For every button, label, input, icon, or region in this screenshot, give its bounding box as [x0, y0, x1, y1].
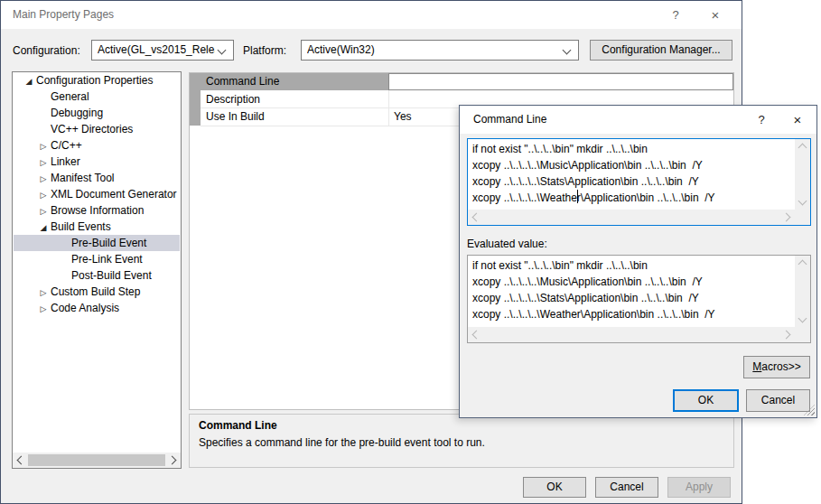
help-icon[interactable]: ?	[746, 106, 777, 134]
screen: Main Property Pages ? × Configuration: A…	[0, 0, 821, 504]
tree-item-general[interactable]: General	[14, 89, 180, 105]
tree-collapsed-icon[interactable]: ▷	[36, 154, 51, 170]
property-name: Use In Build	[206, 108, 265, 126]
platform-label: Platform:	[243, 44, 286, 57]
tree-item-linker[interactable]: ▷Linker	[14, 154, 180, 170]
tree-item-custom-build-step[interactable]: ▷Custom Build Step	[14, 284, 180, 300]
scroll-left-icon[interactable]	[17, 456, 26, 465]
dialog-title: Command Line	[473, 113, 546, 126]
close-icon[interactable]: ×	[782, 106, 813, 134]
scrollbar-corner	[795, 327, 810, 342]
tree-collapsed-icon[interactable]: ▷	[36, 285, 51, 300]
configuration-dropdown[interactable]: Active(GL_vs2015_Release	[91, 40, 234, 61]
cancel-label: Cancel	[747, 390, 809, 411]
tree-collapsed-icon[interactable]: ▷	[36, 203, 51, 219]
command-line-dialog: Command Line ? × if not exist "..\..\..\…	[459, 105, 817, 418]
dialog-cancel-button[interactable]: Cancel	[746, 389, 810, 412]
command-line-text[interactable]: if not exist "..\..\..\bin" mkdir ..\..\…	[468, 139, 795, 210]
window-title: Main Property Pages	[13, 8, 114, 21]
apply-button: Apply	[667, 477, 731, 498]
tree-item-c-cpp[interactable]: ▷C/C++	[14, 137, 180, 154]
tree-expanded-icon[interactable]: ◢	[22, 73, 36, 89]
tree-item-label: Browse Information	[51, 204, 144, 217]
scrollbar-corner	[795, 210, 810, 225]
tree-collapsed-icon[interactable]: ▷	[36, 301, 51, 316]
tree-item-label: Pre-Build Event	[71, 237, 146, 249]
scrollbar-thumb[interactable]	[28, 454, 165, 466]
property-value[interactable]: Yes	[394, 110, 412, 123]
vertical-scrollbar[interactable]	[795, 139, 810, 210]
tree-collapsed-icon[interactable]: ▷	[36, 138, 51, 154]
cancel-button[interactable]: Cancel	[595, 477, 658, 498]
main-window-titlebar[interactable]: Main Property Pages ? ×	[1, 1, 742, 29]
tree-collapsed-icon[interactable]: ▷	[36, 171, 51, 186]
tree-item-manifest-tool[interactable]: ▷Manifest Tool	[14, 170, 180, 186]
evaluated-value-textbox[interactable]: if not exist "..\..\..\bin" mkdir ..\..\…	[467, 255, 811, 343]
grid-row-command-line[interactable]: Command Line	[201, 73, 388, 90]
tree-item-code-analysis[interactable]: ▷Code Analysis	[14, 300, 180, 316]
cancel-label: Cancel	[596, 478, 658, 497]
grid-row-description[interactable]: Description	[201, 90, 388, 108]
tree-item-vc-directories[interactable]: VC++ Directories	[14, 121, 180, 137]
tree-item-label: Configuration Properties	[36, 74, 153, 87]
close-icon[interactable]: ×	[700, 1, 731, 29]
command-line-textbox[interactable]: if not exist "..\..\..\bin" mkdir ..\..\…	[467, 138, 811, 226]
scroll-right-icon[interactable]	[168, 456, 177, 465]
vertical-scrollbar[interactable]	[795, 256, 810, 327]
tree-item-label: Code Analysis	[51, 302, 119, 314]
scroll-up-icon[interactable]	[798, 260, 807, 269]
tree-item-pre-link-event[interactable]: Pre-Link Event	[14, 251, 180, 267]
property-description-panel: Command Line Specifies a command line fo…	[189, 414, 734, 468]
platform-value: Active(Win32)	[307, 43, 560, 56]
tree-item-label: Linker	[51, 155, 80, 168]
tree-item-pre-build-event[interactable]: Pre-Build Event	[14, 235, 180, 251]
platform-dropdown[interactable]: Active(Win32)	[301, 40, 579, 61]
ok-label: OK	[524, 478, 585, 497]
scroll-right-icon[interactable]	[782, 331, 791, 340]
tree-item-label: Post-Build Event	[71, 269, 152, 282]
scroll-right-icon[interactable]	[782, 213, 791, 222]
dialog-titlebar[interactable]: Command Line ? ×	[460, 106, 816, 134]
description-text: Specifies a command line for the pre-bui…	[199, 436, 485, 449]
grid-row-gutter	[190, 73, 201, 126]
tree-item-build-events[interactable]: ◢Build Events	[14, 219, 180, 235]
tree-item-browse-information[interactable]: ▷Browse Information	[14, 202, 180, 219]
evaluated-value-label: Evaluated value:	[467, 238, 547, 250]
tree-item-xml-document-generator[interactable]: ▷XML Document Generator	[14, 186, 180, 202]
grid-row-use-in-build[interactable]: Use In Build	[201, 108, 388, 126]
help-icon[interactable]: ?	[660, 1, 691, 29]
scroll-down-icon[interactable]	[798, 197, 807, 206]
macros-label: Macros>>	[744, 357, 809, 378]
scroll-down-icon[interactable]	[798, 314, 807, 323]
tree-item-label: Pre-Link Event	[71, 253, 143, 266]
configuration-manager-button[interactable]: Configuration Manager...	[590, 40, 732, 61]
ok-label: OK	[675, 391, 737, 410]
tree-item-label: C/C++	[51, 139, 82, 152]
ok-button[interactable]: OK	[523, 477, 586, 498]
grid-column-divider[interactable]	[388, 90, 389, 126]
tree-item-label: Build Events	[51, 220, 111, 233]
tree-item-label: VC++ Directories	[51, 123, 133, 135]
chevron-down-icon	[563, 46, 572, 55]
scroll-left-icon[interactable]	[472, 213, 481, 222]
scroll-up-icon[interactable]	[798, 144, 807, 153]
tree-item-configuration-properties[interactable]: ◢Configuration Properties	[14, 72, 180, 89]
configuration-manager-label: Configuration Manager...	[591, 41, 732, 60]
apply-label: Apply	[668, 478, 730, 497]
horizontal-scrollbar[interactable]	[468, 327, 795, 342]
command-line-value-editbox[interactable]	[388, 73, 733, 90]
tree-item-debugging[interactable]: Debugging	[14, 105, 180, 121]
scroll-left-icon[interactable]	[472, 331, 481, 340]
tree-item-label: Custom Build Step	[51, 285, 140, 298]
tree-item-post-build-event[interactable]: Post-Build Event	[14, 267, 180, 284]
chevron-down-icon	[218, 46, 227, 55]
tree-horizontal-scrollbar[interactable]	[13, 453, 181, 468]
tree-collapsed-icon[interactable]: ▷	[36, 187, 51, 202]
configuration-tree: ◢Configuration Properties General Debugg…	[12, 71, 182, 469]
dialog-ok-button[interactable]: OK	[673, 389, 739, 412]
horizontal-scrollbar[interactable]	[468, 210, 795, 225]
evaluated-value-text: if not exist "..\..\..\bin" mkdir ..\..\…	[468, 256, 795, 327]
tree-expanded-icon[interactable]: ◢	[36, 219, 51, 235]
property-name: Command Line	[206, 73, 279, 90]
macros-button[interactable]: Macros>>	[743, 356, 810, 378]
